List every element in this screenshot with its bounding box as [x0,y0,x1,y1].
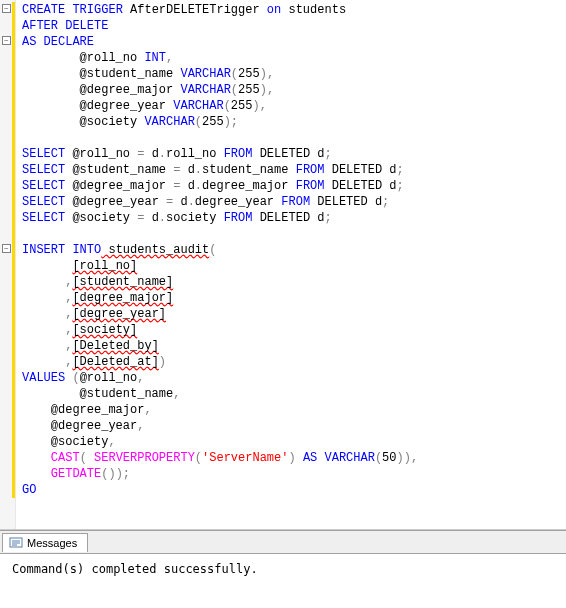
col-deletedat: [Deleted_at] [72,355,158,369]
kw-into: INTO [65,243,101,257]
fold-toggle[interactable]: − [2,4,11,13]
fn-cast: CAST [51,451,80,465]
kw-delete: DELETE [65,19,108,33]
kw-after: AFTER [22,19,65,33]
code-editor[interactable]: − − − CREATE TRIGGER AfterDELETETrigger … [0,0,566,530]
table-name: students [281,3,346,17]
var-society: @society [22,115,144,129]
messages-text: Command(s) completed successfully. [12,562,258,576]
fn-getdate: GETDATE [51,467,101,481]
kw-create: CREATE [22,3,65,17]
var-studentname: @student_name [22,67,180,81]
kw-as: AS [22,35,36,49]
messages-tab-label: Messages [27,537,77,549]
kw-select: SELECT [22,163,65,177]
kw-trigger: TRIGGER [65,3,123,17]
table-audit: students_audit [101,243,209,257]
dt-varchar: VARCHAR [144,115,194,129]
col-rollno: [roll_no] [72,259,137,273]
dt-varchar: VARCHAR [317,451,375,465]
kw-insert: INSERT [22,243,65,257]
messages-icon [9,537,23,549]
kw-from: FROM [296,163,325,177]
fn-serverproperty: SERVERPROPERTY [87,451,195,465]
code-body[interactable]: CREATE TRIGGER AfterDELETETrigger on stu… [16,0,422,529]
trigger-name: AfterDELETETrigger [123,3,267,17]
kw-as: AS [296,451,318,465]
kw-from: FROM [224,147,253,161]
kw-select: SELECT [22,211,65,225]
kw-declare: DECLARE [36,35,94,49]
col-degreeyear: [degree_year] [72,307,166,321]
kw-go: GO [22,483,36,497]
fold-toggle[interactable]: − [2,36,11,45]
var-degreeyear: @degree_year [22,99,173,113]
col-deletedby: [Deleted_by] [72,339,158,353]
dt-varchar: VARCHAR [180,83,230,97]
dt-varchar: VARCHAR [180,67,230,81]
kw-select: SELECT [22,195,65,209]
str-servername: 'ServerName' [202,451,288,465]
col-society: [society] [72,323,137,337]
kw-from: FROM [224,211,253,225]
dt-int: INT [144,51,166,65]
messages-panel: Messages Command(s) completed successful… [0,530,566,593]
fold-toggle[interactable]: − [2,244,11,253]
kw-select: SELECT [22,179,65,193]
change-marker [12,2,15,498]
col-degreemajor: [degree_major] [72,291,173,305]
kw-on: on [267,3,281,17]
messages-output[interactable]: Command(s) completed successfully. [0,553,566,593]
kw-select: SELECT [22,147,65,161]
kw-from: FROM [281,195,310,209]
editor-gutter: − − − [0,0,16,529]
messages-tab[interactable]: Messages [2,533,88,552]
var-degreemajor: @degree_major [22,83,180,97]
kw-from: FROM [296,179,325,193]
dt-varchar: VARCHAR [173,99,223,113]
col-studentname: [student_name] [72,275,173,289]
var-rollno: @roll_no [22,51,144,65]
kw-values: VALUES [22,371,65,385]
